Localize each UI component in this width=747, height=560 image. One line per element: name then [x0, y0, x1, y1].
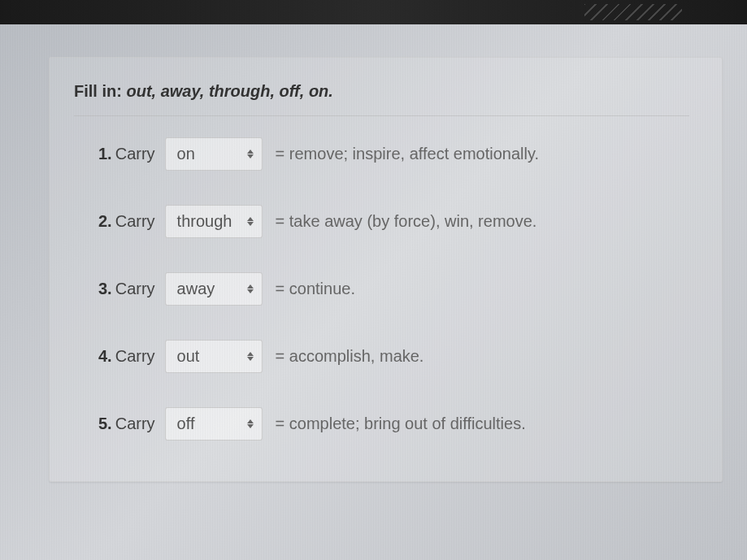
item-number: 3.	[98, 280, 112, 298]
page-container: Fill in: out, away, through, off, on. 1.…	[0, 24, 747, 506]
sort-icon	[247, 419, 254, 428]
particle-select-3[interactable]: away	[165, 272, 263, 306]
item-word: Carry	[115, 347, 155, 366]
item-definition: = continue.	[276, 280, 355, 298]
item-word: Carry	[115, 212, 155, 231]
particle-select-1[interactable]: on	[165, 137, 263, 171]
exercise-row-5: 5. Carry off = complete; bring out of di…	[98, 407, 689, 441]
window-top-bar	[0, 0, 747, 24]
item-number: 5.	[98, 415, 112, 433]
instruction-lead: Fill in:	[74, 82, 122, 100]
sort-icon	[247, 150, 254, 158]
item-definition: = accomplish, make.	[276, 347, 424, 366]
exercise-row-3: 3. Carry away = continue.	[98, 272, 689, 306]
instruction-options: out, away, through, off, on.	[126, 82, 332, 100]
particle-select-5[interactable]: off	[165, 407, 263, 441]
item-word: Carry	[115, 280, 155, 298]
selected-value: away	[177, 280, 239, 298]
exercise-list: 1. Carry on = remove; inspire, affect em…	[74, 131, 689, 441]
particle-select-4[interactable]: out	[165, 340, 263, 373]
item-number: 2.	[98, 212, 112, 231]
sort-icon	[247, 217, 254, 226]
sort-icon	[247, 352, 254, 361]
item-definition: = remove; inspire, affect emotionally.	[276, 145, 539, 163]
particle-select-2[interactable]: through	[165, 205, 263, 238]
sort-icon	[247, 284, 254, 293]
selected-value: through	[177, 212, 239, 231]
item-definition: = take away (by force), win, remove.	[276, 212, 537, 231]
exercise-row-1: 1. Carry on = remove; inspire, affect em…	[98, 137, 689, 171]
exercise-row-4: 4. Carry out = accomplish, make.	[98, 340, 689, 373]
item-definition: = complete; bring out of difficulties.	[276, 415, 526, 433]
item-number: 1.	[98, 145, 112, 163]
selected-value: out	[177, 347, 239, 366]
exercise-card: Fill in: out, away, through, off, on. 1.…	[49, 57, 723, 482]
instruction-line: Fill in: out, away, through, off, on.	[74, 82, 689, 116]
selected-value: on	[177, 145, 239, 163]
selected-value: off	[177, 415, 239, 433]
item-word: Carry	[115, 145, 155, 163]
item-number: 4.	[98, 347, 112, 366]
exercise-row-2: 2. Carry through = take away (by force),…	[98, 205, 689, 238]
item-word: Carry	[115, 415, 155, 433]
